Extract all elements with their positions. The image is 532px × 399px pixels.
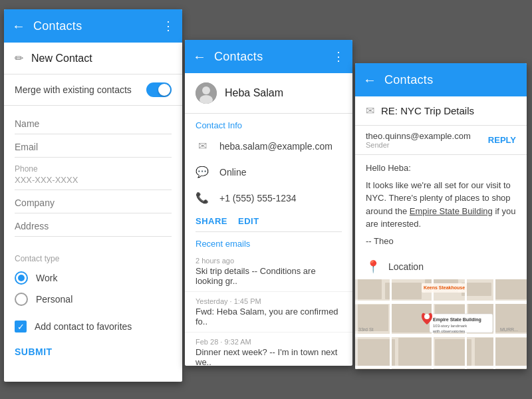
email-subject-2: Fwd: Heba Salam, you are confirmed fo.. (196, 307, 342, 327)
contact-info-section-header: Contact Info (185, 114, 352, 133)
new-contact-panel: ← Contacts ⋮ ✏ New Contact Merge with ex… (4, 9, 182, 382)
radio-work-inner (18, 275, 25, 281)
phone-info-row[interactable]: 📞 +1 (555) 555-1234 (185, 185, 352, 211)
svg-text:Empire State Building: Empire State Building (433, 317, 481, 323)
favorites-label: Add contact to favorites (35, 321, 132, 332)
email-time-3: Feb 28 · 9:32 AM (196, 338, 342, 346)
radio-work-outer (15, 271, 28, 285)
email-info-row[interactable]: ✉ heba.salam@example.com (185, 133, 352, 159)
phone-label: Phone (15, 164, 172, 174)
new-contact-header[interactable]: ✏ New Contact (4, 43, 182, 74)
svg-rect-22 (355, 366, 527, 368)
email-item-3[interactable]: Feb 28 · 9:32 AM Dinner next week? -- I'… (185, 332, 352, 366)
name-field[interactable] (15, 118, 172, 134)
email-body: Hello Heba: It looks like we're all set … (355, 155, 527, 254)
address-input[interactable] (15, 221, 172, 231)
email-subject-3: Dinner next week? -- I'm in town next we… (196, 347, 342, 366)
map-area[interactable]: Keens Steakhouse Empire State Building 1… (355, 279, 527, 369)
svg-rect-24 (390, 279, 392, 369)
email-item-2[interactable]: Yesterday · 1:45 PM Fwd: Heba Salam, you… (185, 292, 352, 332)
email-subject-header: ✉ RE: NYC Trip Details (355, 96, 527, 126)
radio-work-label: Work (36, 273, 57, 283)
merge-label: Merge with existing contacts (15, 84, 146, 95)
svg-rect-8 (495, 279, 527, 299)
panel2-appbar: ← Contacts ⋮ (185, 40, 352, 73)
svg-rect-20 (355, 301, 527, 304)
favorites-checkbox[interactable]: ✓ (15, 321, 27, 332)
chat-icon: 💬 (196, 166, 209, 178)
panel2-menu-icon[interactable]: ⋮ (332, 49, 344, 64)
svg-point-1 (202, 86, 210, 94)
svg-text:103-story landmark: 103-story landmark (433, 324, 467, 328)
favorites-row[interactable]: ✓ Add contact to favorites (4, 315, 182, 338)
panel1-appbar: ← Contacts ⋮ (4, 9, 182, 43)
contact-email: heba.salam@example.com (219, 141, 332, 152)
contact-name-row: Heba Salam (185, 73, 352, 114)
back-icon[interactable]: ← (12, 19, 25, 34)
reply-button[interactable]: REPLY (488, 135, 516, 145)
avatar (196, 82, 217, 104)
svg-rect-14 (398, 338, 432, 366)
phone-placeholder-text: XXX-XXX-XXXX (15, 175, 78, 185)
check-icon: ✓ (17, 323, 25, 331)
location-row: 📍 Location (355, 254, 527, 279)
sender-label: Sender (366, 141, 488, 149)
email-detail-panel: ← Contacts ✉ RE: NYC Trip Details theo.q… (355, 63, 527, 369)
radio-work[interactable]: Work (15, 267, 172, 289)
svg-text:33rd St: 33rd St (358, 327, 374, 332)
svg-rect-27 (493, 279, 495, 369)
panel2-title: Contacts (214, 50, 332, 64)
panel3-appbar: ← Contacts (355, 63, 527, 96)
submit-row: SUBMIT (4, 338, 182, 366)
email-link[interactable]: Empire State Building (410, 206, 493, 216)
phone-field[interactable]: Phone XXX-XXX-XXXX (15, 164, 172, 190)
panel1-menu-icon[interactable]: ⋮ (162, 19, 174, 33)
status-info-row: 💬 Online (185, 159, 352, 185)
share-button[interactable]: SHARE (196, 216, 227, 226)
company-input[interactable] (15, 198, 172, 208)
recent-emails-list: 2 hours ago Ski trip details -- Conditio… (185, 251, 352, 366)
radio-personal[interactable]: Personal (15, 289, 172, 310)
svg-rect-13 (355, 339, 395, 366)
mail-icon: ✉ (366, 104, 374, 117)
email-item-1[interactable]: 2 hours ago Ski trip details -- Conditio… (185, 251, 352, 292)
email-input[interactable] (15, 142, 172, 152)
address-field[interactable] (15, 220, 172, 237)
email-icon: ✉ (196, 140, 209, 152)
pencil-icon: ✏ (15, 52, 23, 65)
edit-button[interactable]: EDIT (238, 216, 259, 226)
contact-status: Online (219, 167, 246, 178)
panel3-title: Contacts (384, 73, 519, 87)
email-body-text: It looks like we're all set for our visi… (366, 179, 516, 231)
panel1-title: Contacts (33, 19, 162, 33)
svg-rect-21 (355, 334, 527, 337)
email-signature: -- Theo (366, 235, 516, 248)
svg-text:MURR...: MURR... (500, 327, 518, 332)
contact-type-section: Contact type Work Personal (4, 249, 182, 315)
phone-icon: 📞 (196, 192, 209, 204)
submit-button[interactable]: SUBMIT (15, 346, 53, 357)
radio-personal-label: Personal (36, 294, 72, 305)
merge-toggle[interactable] (146, 82, 172, 97)
company-field[interactable] (15, 197, 172, 213)
svg-rect-23 (355, 279, 358, 369)
sender-info: theo.quinns@example.com Sender (366, 131, 488, 149)
radio-personal-outer (15, 293, 28, 306)
svg-text:Keens Steakhouse: Keens Steakhouse (424, 285, 465, 290)
email-subject-title: RE: NYC Trip Details (381, 105, 474, 116)
panel3-back-icon[interactable]: ← (363, 72, 376, 88)
svg-point-34 (424, 314, 430, 319)
merge-row: Merge with existing contacts (4, 74, 182, 106)
contact-phone: +1 (555) 555-1234 (219, 193, 297, 203)
email-field[interactable] (15, 141, 172, 158)
location-icon: 📍 (366, 259, 380, 274)
email-greeting: Hello Heba: (366, 162, 516, 175)
contact-name: Heba Salam (225, 87, 283, 99)
location-label: Location (388, 261, 424, 272)
svg-rect-4 (355, 279, 382, 299)
panel2-back-icon[interactable]: ← (193, 49, 206, 65)
contact-info-panel: ← Contacts ⋮ Heba Salam Contact Info ✉ h… (185, 40, 352, 366)
svg-text:with observatories: with observatories (432, 329, 465, 333)
name-input[interactable] (15, 118, 172, 129)
email-subject-1: Ski trip details -- Conditions are looki… (196, 266, 342, 286)
